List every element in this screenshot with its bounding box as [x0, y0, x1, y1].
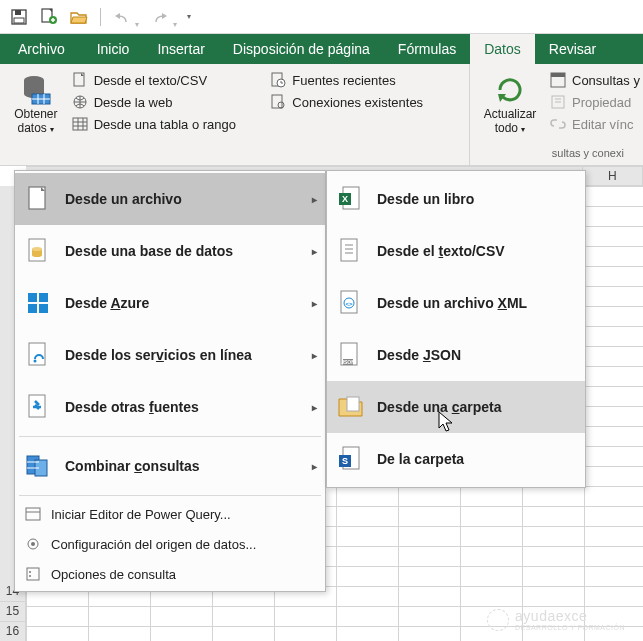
- ribbon-body: Obtener datos ▾ Desde el texto/CSV Desde…: [0, 64, 643, 166]
- table-icon: [72, 116, 88, 132]
- edit-links-button[interactable]: Editar vínc: [546, 114, 643, 134]
- folder-icon: [337, 393, 365, 421]
- svg-point-44: [34, 360, 37, 363]
- from-web-button[interactable]: Desde la web: [68, 92, 263, 112]
- undo-dropdown-caret[interactable]: ▾: [135, 20, 139, 29]
- options-icon: [25, 566, 41, 582]
- col-header-h[interactable]: H: [583, 167, 644, 185]
- get-data-button[interactable]: Obtener datos ▾: [8, 68, 64, 163]
- menu-from-database[interactable]: Desde una base de datos ▸: [15, 225, 325, 277]
- refresh-all-button[interactable]: Actualizar todo ▾: [478, 68, 542, 147]
- from-file-submenu: X Desde un libro Desde el texto/CSV <> D…: [326, 170, 586, 488]
- submenu-from-xml[interactable]: <> Desde un archivo XML: [327, 277, 585, 329]
- undo-icon[interactable]: ▾: [111, 6, 133, 28]
- excel-workbook-icon: X: [337, 185, 365, 213]
- link-icon: [550, 116, 566, 132]
- get-data-dropdown-menu: Desde un archivo ▸ Desde una base de dat…: [14, 170, 326, 592]
- panel-icon: [550, 72, 566, 88]
- menu-from-online-services[interactable]: Desde los servicios en línea ▸: [15, 329, 325, 381]
- sharepoint-icon: S: [337, 445, 365, 473]
- tab-insert[interactable]: Insertar: [143, 34, 218, 64]
- menu-from-file[interactable]: Desde un archivo ▸: [15, 173, 325, 225]
- database-icon: [25, 237, 53, 265]
- row-header-15[interactable]: 15: [0, 602, 25, 622]
- svg-rect-43: [29, 343, 45, 365]
- svg-point-53: [31, 542, 35, 546]
- from-text-csv-button[interactable]: Desde el texto/CSV: [68, 70, 263, 90]
- azure-icon: [25, 289, 53, 317]
- tab-home[interactable]: Inicio: [83, 34, 144, 64]
- document-clock-icon: [270, 72, 286, 88]
- from-table-range-button[interactable]: Desde una tabla o rango: [68, 114, 263, 134]
- tab-file[interactable]: Archivo: [4, 34, 83, 64]
- properties-icon: [550, 94, 566, 110]
- redo-dropdown-caret[interactable]: ▾: [173, 20, 177, 29]
- properties-button[interactable]: Propiedad: [546, 92, 643, 112]
- qat-customize-dropdown[interactable]: ▾: [187, 12, 199, 21]
- svg-rect-70: [347, 397, 359, 411]
- get-data-label-2: datos: [17, 121, 46, 135]
- xml-icon: <>: [337, 289, 365, 317]
- svg-rect-54: [27, 568, 39, 580]
- menu-query-options[interactable]: Opciones de consulta: [15, 559, 325, 589]
- menu-from-other-sources[interactable]: Desde otras fuentes ▸: [15, 381, 325, 433]
- svg-text:X: X: [342, 194, 348, 204]
- json-icon: JSON: [337, 341, 365, 369]
- submenu-from-folder[interactable]: Desde una carpeta: [327, 381, 585, 433]
- row-header-16[interactable]: 16: [0, 622, 25, 641]
- submenu-from-sharepoint-folder[interactable]: S De la carpeta: [327, 433, 585, 485]
- get-data-label-1: Obtener: [14, 108, 57, 122]
- document-link-icon: [270, 94, 286, 110]
- svg-rect-25: [272, 95, 282, 108]
- file-icon: [25, 185, 53, 213]
- submenu-from-workbook[interactable]: X Desde un libro: [327, 173, 585, 225]
- submenu-from-text-csv[interactable]: Desde el texto/CSV: [327, 225, 585, 277]
- svg-text:S: S: [342, 456, 348, 466]
- tab-data[interactable]: Datos: [470, 34, 535, 64]
- database-icon: [20, 74, 52, 106]
- submenu-from-json[interactable]: JSON Desde JSON: [327, 329, 585, 381]
- quick-access-toolbar: ▾ ▾ ▾: [0, 0, 643, 34]
- save-icon[interactable]: [8, 6, 30, 28]
- online-services-icon: [25, 341, 53, 369]
- open-icon[interactable]: [68, 6, 90, 28]
- menu-data-source-settings[interactable]: Configuración del origen de datos...: [15, 529, 325, 559]
- refresh-label-1: Actualizar: [484, 108, 537, 122]
- svg-rect-39: [28, 293, 37, 302]
- tab-review[interactable]: Revisar: [535, 34, 610, 64]
- svg-rect-50: [26, 508, 40, 520]
- gear-icon: [25, 536, 41, 552]
- tab-formulas[interactable]: Fórmulas: [384, 34, 470, 64]
- svg-rect-41: [28, 304, 37, 313]
- svg-rect-60: [341, 239, 357, 261]
- group-label-queries: sultas y conexi: [478, 147, 643, 163]
- menu-from-azure[interactable]: Desde Azure ▸: [15, 277, 325, 329]
- ribbon-tabs: Archivo Inicio Insertar Disposición de p…: [0, 34, 643, 64]
- svg-rect-2: [14, 18, 24, 23]
- refresh-icon: [494, 74, 526, 106]
- menu-launch-pq-editor[interactable]: Iniciar Editor de Power Query...: [15, 499, 325, 529]
- svg-point-38: [32, 247, 42, 251]
- text-csv-icon: [337, 237, 365, 265]
- svg-rect-1: [15, 10, 21, 15]
- document-icon: [72, 72, 88, 88]
- submenu-arrow-icon: ▸: [312, 194, 317, 205]
- svg-point-26: [278, 102, 284, 108]
- refresh-label-2: todo: [495, 121, 518, 135]
- recent-sources-button[interactable]: Fuentes recientes: [266, 70, 461, 90]
- svg-point-56: [29, 575, 31, 577]
- queries-connections-button[interactable]: Consultas y: [546, 70, 643, 90]
- redo-icon[interactable]: ▾: [149, 6, 171, 28]
- tab-page-layout[interactable]: Disposición de página: [219, 34, 384, 64]
- menu-combine-queries[interactable]: Combinar consultas ▸: [15, 440, 325, 492]
- pq-editor-icon: [25, 506, 41, 522]
- combine-icon: [25, 452, 53, 480]
- existing-connections-button[interactable]: Conexiones existentes: [266, 92, 461, 112]
- new-workbook-icon[interactable]: [38, 6, 60, 28]
- svg-rect-18: [73, 118, 87, 130]
- svg-rect-40: [39, 293, 48, 302]
- svg-point-55: [29, 571, 31, 573]
- globe-icon: [72, 94, 88, 110]
- svg-rect-42: [39, 304, 48, 313]
- other-sources-icon: [25, 393, 53, 421]
